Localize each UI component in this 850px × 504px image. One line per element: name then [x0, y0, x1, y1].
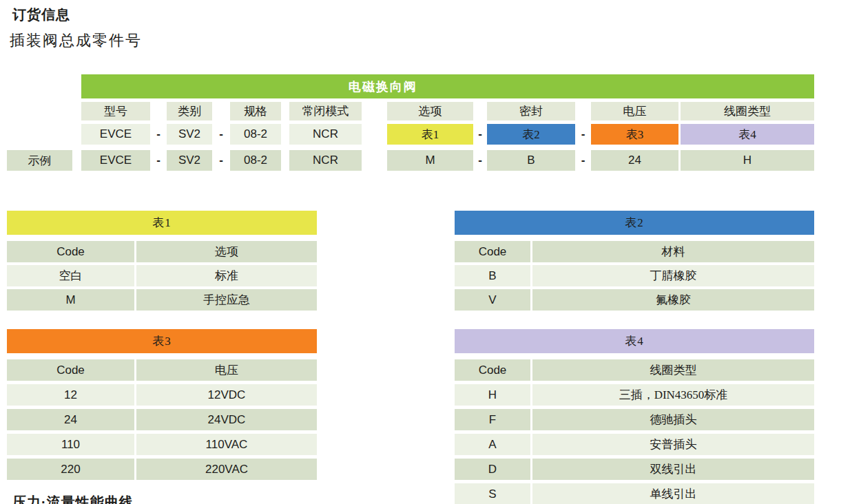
- col-header-nc-mode: 常闭模式: [289, 102, 362, 120]
- value-cell: 220VAC: [136, 459, 317, 480]
- example-separator: -: [575, 150, 591, 171]
- value-cell: 三插，DIN43650标准: [532, 384, 814, 406]
- code-nc-mode: NCR: [289, 124, 362, 145]
- value-cell: 手控应急: [136, 289, 317, 311]
- code-category: SV2: [167, 124, 212, 145]
- lookup-table-2-seal: 表2 Code 材料 B 丁腈橡胶 V 氟橡胶: [455, 211, 814, 311]
- col-header-option: 选项: [387, 102, 473, 120]
- code-cell: V: [455, 289, 530, 311]
- example-row: 示例 EVCE - SV2 - 08-2 NCR M - B - 24 H: [7, 150, 814, 171]
- example-option: M: [387, 150, 473, 171]
- code-coil-table4-ref: 表4: [681, 124, 814, 145]
- table-row: Code 线圈类型: [455, 359, 814, 381]
- code-cell: A: [455, 434, 530, 455]
- col-header-voltage: 电压: [591, 102, 678, 120]
- example-label: 示例: [7, 150, 72, 171]
- code-cell: 220: [7, 459, 134, 480]
- example-coil-type: H: [681, 150, 814, 171]
- table-row: 110 110VAC: [7, 434, 317, 455]
- code-row: EVCE - SV2 - 08-2 NCR 表1 - 表2 - 表3 表4: [7, 124, 814, 145]
- table-row: 24 24VDC: [7, 409, 317, 430]
- code-separator: -: [150, 124, 167, 145]
- example-voltage: 24: [591, 150, 678, 171]
- table-row: S 单线引出: [455, 483, 814, 504]
- table-row: A 安普插头: [455, 434, 814, 455]
- col-header-size: 规格: [230, 102, 281, 120]
- table-row: V 氟橡胶: [455, 289, 814, 311]
- column-header-row: 型号 类别 规格 常闭模式 选项 密封 电压 线圈类型: [7, 102, 814, 120]
- code-seal-table2-ref: 表2: [487, 124, 575, 145]
- value-cell: 丁腈橡胶: [532, 265, 814, 286]
- table-row: B 丁腈橡胶: [455, 265, 814, 286]
- table-row: M 手控应急: [7, 289, 317, 311]
- col-header-model: 型号: [81, 102, 150, 120]
- code-header-cell: Code: [455, 241, 530, 262]
- example-separator: -: [473, 150, 487, 171]
- table1-title: 表1: [7, 211, 317, 235]
- lookup-table-4-coil: 表4 Code 线圈类型 H 三插，DIN43650标准 F 德驰插头 A 安普…: [455, 329, 814, 504]
- value-cell: 24VDC: [136, 409, 317, 430]
- col-header-category: 类别: [167, 102, 212, 120]
- value-header-cell: 选项: [136, 241, 317, 262]
- code-voltage-table3-ref: 表3: [591, 124, 678, 145]
- value-header-cell: 材料: [532, 241, 814, 262]
- table-row: Code 材料: [455, 241, 814, 262]
- code-cell: B: [455, 265, 530, 286]
- value-cell: 氟橡胶: [532, 289, 814, 311]
- example-model: EVCE: [81, 150, 150, 171]
- code-cell: H: [455, 384, 530, 406]
- table-row: 空白 标准: [7, 265, 317, 286]
- code-cell: 24: [7, 409, 134, 430]
- code-separator: -: [473, 124, 487, 145]
- table-row: Code 选项: [7, 241, 317, 262]
- code-model: EVCE: [81, 124, 150, 145]
- example-category: SV2: [167, 150, 212, 171]
- table4-title: 表4: [455, 329, 814, 353]
- example-size: 08-2: [230, 150, 281, 171]
- code-separator: -: [575, 124, 591, 145]
- table-row: F 德驰插头: [455, 409, 814, 430]
- value-cell: 12VDC: [136, 384, 317, 406]
- table2-title: 表2: [455, 211, 814, 235]
- code-option-table1-ref: 表1: [387, 124, 473, 145]
- value-cell: 单线引出: [532, 483, 814, 504]
- code-header-cell: Code: [455, 359, 530, 381]
- ordering-code-table: 电磁换向阀 型号 类别 规格 常闭模式 选项 密封 电压 线圈类型 EVCE -…: [7, 74, 814, 171]
- page-subtitle: 插装阀总成零件号: [10, 30, 142, 51]
- table-row: 12 12VDC: [7, 384, 317, 406]
- example-separator: -: [212, 150, 230, 171]
- code-cell: 12: [7, 384, 134, 406]
- table3-title: 表3: [7, 329, 317, 353]
- value-cell: 双线引出: [532, 459, 814, 480]
- value-header-cell: 线圈类型: [532, 359, 814, 381]
- next-section-heading: 压力·流量性能曲线: [12, 493, 134, 504]
- code-separator: -: [212, 124, 230, 145]
- example-seal: B: [487, 150, 575, 171]
- table-row: Code 电压: [7, 359, 317, 381]
- code-size: 08-2: [230, 124, 281, 145]
- lookup-table-1-options: 表1 Code 选项 空白 标准 M 手控应急: [7, 211, 317, 311]
- lookup-table-3-voltage: 表3 Code 电压 12 12VDC 24 24VDC 110 110VAC …: [7, 329, 317, 480]
- page-title: 订货信息: [12, 6, 70, 24]
- value-header-cell: 电压: [136, 359, 317, 381]
- code-cell: D: [455, 459, 530, 480]
- ordering-banner: 电磁换向阀: [81, 74, 814, 98]
- code-header-cell: Code: [7, 241, 134, 262]
- table-row: 220 220VAC: [7, 459, 317, 480]
- example-separator: -: [150, 150, 167, 171]
- value-cell: 110VAC: [136, 434, 317, 455]
- code-cell: M: [7, 289, 134, 311]
- col-header-coil-type: 线圈类型: [681, 102, 814, 120]
- example-nc-mode: NCR: [289, 150, 362, 171]
- value-cell: 德驰插头: [532, 409, 814, 430]
- code-cell: F: [455, 409, 530, 430]
- code-header-cell: Code: [7, 359, 134, 381]
- value-cell: 安普插头: [532, 434, 814, 455]
- table-row: D 双线引出: [455, 459, 814, 480]
- table-row: H 三插，DIN43650标准: [455, 384, 814, 406]
- code-cell: 110: [7, 434, 134, 455]
- col-header-seal: 密封: [487, 102, 575, 120]
- code-cell: 空白: [7, 265, 134, 286]
- code-cell: S: [455, 483, 530, 504]
- value-cell: 标准: [136, 265, 317, 286]
